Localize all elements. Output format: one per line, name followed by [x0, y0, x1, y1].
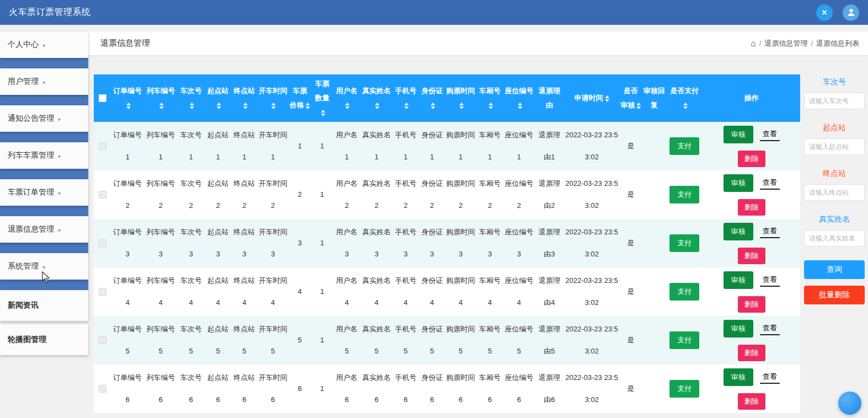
home-icon[interactable]: ⌂: [751, 39, 756, 48]
filter-panel: 车次号起点站终点站真实姓名 查询 批量删除: [804, 77, 865, 304]
sort-icon[interactable]: [518, 103, 522, 109]
sort-icon[interactable]: [605, 95, 609, 102]
cell: 购票时间2: [445, 170, 476, 219]
sort-icon[interactable]: [126, 103, 131, 109]
sort-icon[interactable]: [217, 103, 221, 109]
column-header[interactable]: 座位编号: [503, 74, 534, 122]
view-link[interactable]: 查看: [760, 176, 780, 190]
pay-button[interactable]: 支付: [669, 380, 699, 398]
close-icon[interactable]: ×: [816, 4, 833, 21]
cell: 是: [619, 122, 642, 170]
column-header[interactable]: 终点站: [231, 74, 258, 122]
column-header[interactable]: 开车时间: [258, 74, 288, 122]
filter-input[interactable]: [804, 230, 865, 246]
sidebar-item[interactable]: 个人中心▾: [0, 31, 88, 58]
sort-icon[interactable]: [489, 103, 493, 109]
column-header[interactable]: 是否审核: [619, 74, 642, 122]
column-header[interactable]: 订单编号: [111, 74, 144, 122]
sort-icon[interactable]: [683, 103, 688, 109]
delete-button[interactable]: 删除: [738, 345, 765, 361]
filter-input[interactable]: [804, 138, 865, 155]
delete-button[interactable]: 删除: [738, 151, 765, 167]
sidebar-item[interactable]: 用户管理▾: [0, 68, 88, 95]
pay-button[interactable]: 支付: [669, 234, 699, 252]
row-checkbox[interactable]: [99, 142, 106, 150]
column-header[interactable]: 车票价格: [288, 74, 312, 122]
row-checkbox[interactable]: [99, 336, 106, 344]
sort-icon[interactable]: [190, 103, 194, 109]
pay-button[interactable]: 支付: [669, 283, 699, 301]
sort-icon[interactable]: [636, 103, 641, 109]
pay-button[interactable]: 支付: [669, 331, 699, 349]
audit-button[interactable]: 审核: [724, 271, 753, 289]
breadcrumb: ⌂ / 退票信息管理 / 退票信息列表: [751, 39, 859, 49]
sort-icon[interactable]: [243, 103, 248, 109]
sort-icon[interactable]: [375, 103, 379, 109]
sidebar-item[interactable]: 轮播图管理: [0, 324, 88, 355]
search-button[interactable]: 查询: [804, 260, 865, 279]
batch-delete-button[interactable]: 批量删除: [804, 286, 865, 304]
audit-button[interactable]: 审核: [724, 223, 753, 240]
audit-button[interactable]: 审核: [724, 174, 753, 192]
column-header[interactable]: 车厢号: [476, 74, 503, 122]
column-header[interactable]: 车次号: [178, 74, 205, 122]
user-icon[interactable]: [843, 4, 859, 21]
column-header[interactable]: 用户名: [333, 74, 361, 122]
column-header[interactable]: 起点站: [205, 74, 231, 122]
filter-label: 起点站: [804, 123, 865, 133]
column-header[interactable]: 身份证: [419, 74, 446, 122]
view-link[interactable]: 查看: [760, 225, 780, 238]
column-header[interactable]: 是否支付: [666, 74, 703, 122]
sort-icon[interactable]: [345, 103, 350, 109]
column-header-label: 起点站: [207, 87, 229, 95]
sidebar-item-label: 个人中心: [8, 40, 39, 50]
cell: 车厢号1: [476, 122, 503, 170]
cell: 2022-03-23 23:53:02: [564, 267, 619, 316]
sidebar-item[interactable]: 列车车票管理▾: [0, 142, 88, 169]
sort-icon[interactable]: [321, 110, 325, 116]
row-checkbox[interactable]: [99, 239, 106, 247]
view-link[interactable]: 查看: [760, 322, 780, 335]
view-link[interactable]: 查看: [760, 128, 780, 141]
row-checkbox[interactable]: [99, 385, 106, 393]
cell: 手机号1: [393, 122, 419, 170]
filter-input[interactable]: [804, 93, 865, 109]
delete-button[interactable]: 删除: [738, 199, 765, 216]
breadcrumb-item[interactable]: 退票信息管理: [764, 39, 807, 49]
column-header[interactable]: 车票数量: [311, 74, 333, 122]
select-all-checkbox[interactable]: [99, 94, 106, 102]
column-header[interactable]: 购票时间: [445, 74, 476, 122]
sort-icon[interactable]: [459, 103, 464, 109]
filter-input[interactable]: [804, 184, 865, 201]
delete-button[interactable]: 删除: [738, 248, 765, 264]
column-header[interactable]: 申请时间: [564, 74, 619, 122]
sidebar-item[interactable]: 车票订单管理▾: [0, 179, 88, 206]
fab-button[interactable]: [838, 392, 861, 415]
sidebar-item[interactable]: 新闻资讯: [0, 290, 88, 321]
delete-button[interactable]: 删除: [738, 393, 765, 410]
breadcrumb-item[interactable]: 退票信息列表: [816, 39, 859, 49]
cell: 座位编号6: [503, 365, 534, 413]
view-link[interactable]: 查看: [760, 274, 780, 287]
sort-icon[interactable]: [271, 103, 276, 109]
column-header[interactable]: 列车编号: [144, 74, 177, 122]
audit-button[interactable]: 审核: [724, 126, 753, 143]
sidebar-item[interactable]: 通知公告管理▾: [0, 105, 88, 132]
sort-icon[interactable]: [404, 103, 409, 109]
view-link[interactable]: 查看: [760, 371, 780, 384]
row-checkbox[interactable]: [99, 288, 106, 296]
pay-button[interactable]: 支付: [669, 137, 699, 155]
sort-icon[interactable]: [431, 103, 435, 109]
audit-button[interactable]: 审核: [724, 368, 753, 386]
delete-button[interactable]: 删除: [738, 296, 765, 313]
column-header[interactable]: 手机号: [393, 74, 419, 122]
collapsed-submenu-bar: [0, 169, 88, 179]
sidebar-item[interactable]: 退票信息管理▾: [0, 216, 88, 243]
sort-icon[interactable]: [159, 103, 164, 109]
pay-button[interactable]: 支付: [669, 186, 699, 203]
actions-cell: 审核查看删除: [703, 122, 800, 170]
column-header[interactable]: 真实姓名: [361, 74, 393, 122]
audit-button[interactable]: 审核: [724, 320, 753, 337]
sort-icon[interactable]: [306, 103, 310, 109]
row-checkbox[interactable]: [99, 191, 106, 199]
